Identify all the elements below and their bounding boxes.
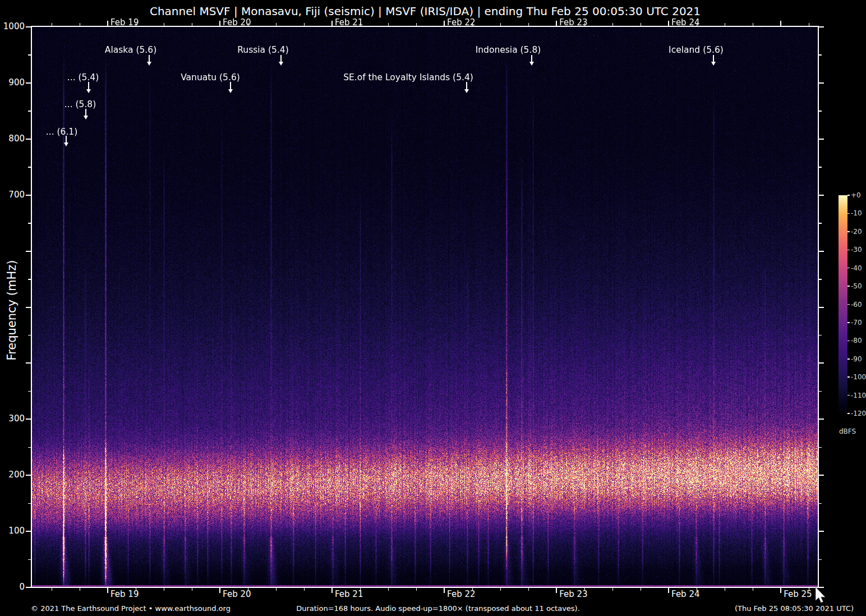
y-tick-minor (28, 335, 31, 336)
colorbar-unit-label: dBFS (839, 427, 856, 435)
x-tick-minor (388, 588, 389, 591)
colorbar-tick (847, 213, 850, 214)
colorbar-tick-label: -90 (851, 355, 862, 363)
x-tick-minor-top (500, 23, 501, 26)
x-tick-major-top (556, 21, 557, 26)
annotation-arrow-shaft (149, 55, 150, 62)
y-tick-major-right (819, 307, 824, 308)
annotation-arrow-head (711, 62, 716, 66)
x-tick-label-top: Feb 19 (110, 18, 139, 27)
x-tick-major-top (107, 21, 108, 26)
y-tick-minor (28, 223, 31, 224)
colorbar-tick (847, 304, 850, 305)
x-tick-major (107, 588, 108, 593)
x-tick-major (219, 588, 220, 593)
x-tick-minor-top (612, 23, 614, 26)
x-tick-minor (304, 588, 305, 591)
y-tick-major (26, 307, 31, 308)
footer-copyright: © 2021 The Earthsound Project • www.eart… (31, 604, 231, 613)
y-tick-minor (28, 447, 31, 448)
colorbar-tick (847, 322, 850, 323)
annotation-arrow-head (86, 89, 91, 93)
annotation-label: Indonesia (5.8) (476, 45, 541, 55)
y-tick-major (26, 139, 31, 140)
y-tick-minor-right (819, 447, 822, 448)
x-tick-major (780, 588, 781, 593)
x-tick-minor-top (725, 23, 726, 26)
x-tick-minor (641, 588, 642, 591)
x-tick-minor (416, 588, 417, 591)
y-tick-minor-right (819, 503, 822, 504)
x-tick-label: Feb 25 (784, 590, 812, 599)
colorbar-tick (847, 413, 850, 414)
x-tick-minor (584, 588, 586, 591)
mouse-cursor-icon (816, 587, 826, 604)
y-tick-minor-right (819, 54, 822, 56)
annotation-label: ... (6.1) (46, 127, 77, 137)
x-tick-label: Feb 19 (110, 590, 139, 599)
x-tick-major (556, 588, 557, 593)
y-tick-major-right (819, 475, 824, 476)
colorbar-tick (847, 231, 850, 232)
annotation-arrow-head (464, 89, 469, 93)
y-tick-minor (28, 391, 31, 392)
x-tick-minor-top (192, 23, 193, 26)
y-tick-major-right (819, 251, 824, 252)
y-tick-minor-right (819, 167, 822, 168)
x-tick-label: Feb 24 (671, 590, 699, 599)
y-tick-minor (28, 503, 31, 504)
y-tick-minor (28, 167, 31, 168)
colorbar-tick-label: -120 (851, 410, 866, 417)
x-tick-major-top (331, 21, 333, 26)
y-tick-label: 1000 (0, 22, 25, 31)
x-tick-major-top (780, 21, 781, 26)
y-tick-label: 700 (0, 191, 25, 199)
x-tick-major-top (444, 21, 445, 26)
x-tick-minor-top (641, 23, 642, 26)
annotation-arrow-head (228, 89, 233, 93)
footer-duration: Duration=168 hours. Audio speed-up=1800×… (296, 604, 580, 613)
x-tick-label-top: Feb 23 (559, 18, 587, 27)
y-tick-label: 300 (0, 415, 25, 423)
annotation-label: Russia (5.4) (237, 45, 289, 55)
annotation-arrow-head (84, 116, 88, 119)
y-tick-major (26, 82, 31, 84)
x-tick-major-top (668, 21, 669, 26)
x-tick-minor-top (276, 23, 277, 26)
colorbar-tick (847, 358, 850, 360)
y-tick-minor-right (819, 559, 822, 560)
y-tick-major (26, 587, 31, 588)
x-tick-minor-top (304, 23, 305, 26)
y-tick-minor (28, 559, 31, 560)
colorbar-tick (847, 286, 850, 287)
x-tick-minor-top (697, 23, 698, 26)
x-tick-label-top: Feb 24 (671, 18, 699, 27)
x-tick-minor-top (136, 23, 137, 26)
colorbar-tick-label: -30 (851, 246, 862, 254)
annotation-arrow-head (147, 62, 151, 66)
annotation-arrow-shaft (466, 82, 467, 89)
y-tick-minor-right (819, 111, 822, 112)
x-tick-minor (528, 588, 529, 591)
colorbar-tick-label: -20 (851, 228, 862, 236)
colorbar-tick-label: -10 (851, 209, 862, 217)
y-tick-minor (28, 111, 31, 112)
x-tick-minor (697, 588, 698, 591)
x-tick-minor-top (753, 23, 754, 26)
annotation-arrow-shaft (85, 109, 86, 116)
x-tick-minor (136, 588, 137, 591)
y-tick-major-right (819, 82, 824, 84)
y-tick-major-right (819, 26, 824, 27)
y-tick-major-right (819, 139, 824, 140)
y-tick-major (26, 419, 31, 420)
x-tick-minor (500, 588, 501, 591)
colorbar-tick-label: +0 (851, 191, 861, 199)
x-tick-major (331, 588, 333, 593)
annotation-label: ... (5.4) (67, 72, 99, 82)
y-tick-label: 900 (0, 79, 25, 87)
colorbar-tick-label: -70 (851, 319, 862, 327)
colorbar-tick-label: -50 (851, 282, 862, 290)
x-tick-minor-top (164, 23, 165, 26)
x-tick-label-top: Feb 22 (447, 18, 475, 27)
y-tick-major (26, 26, 31, 27)
